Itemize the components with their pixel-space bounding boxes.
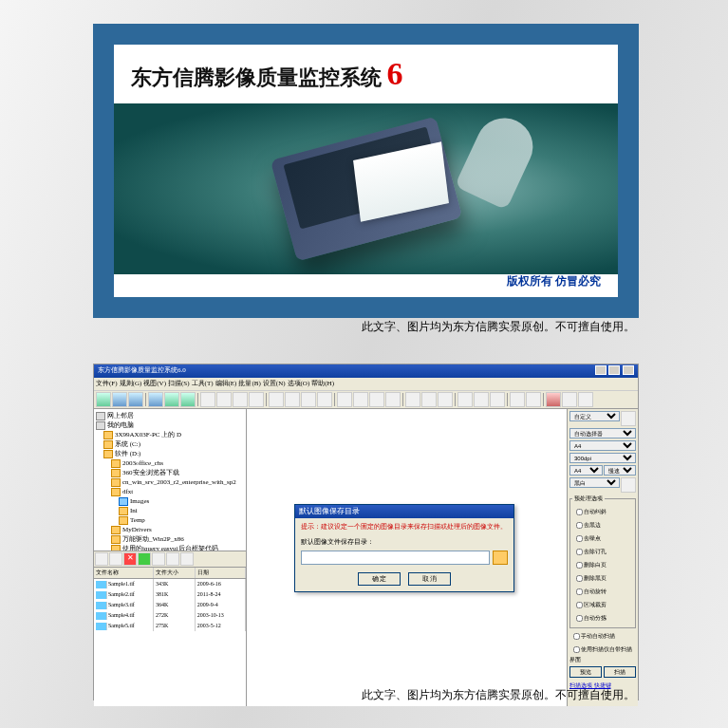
file-row[interactable]: Sample1.tif343K2009-6-16 xyxy=(94,579,246,589)
ft-copy-icon[interactable] xyxy=(152,552,165,566)
tool-view2-icon[interactable] xyxy=(216,392,232,407)
ft-delete-icon[interactable]: ✕ xyxy=(123,552,137,566)
tree-node[interactable]: dfxt xyxy=(96,487,244,496)
menu-item[interactable]: 帮助(H) xyxy=(311,380,334,387)
tree-node[interactable]: Images xyxy=(96,496,244,506)
tree-node[interactable]: Ini xyxy=(96,506,244,515)
menu-item[interactable]: 编辑(E) xyxy=(215,380,237,387)
tool-next-icon[interactable] xyxy=(369,392,384,407)
preview-button[interactable]: 预览 xyxy=(569,666,602,678)
tree-node[interactable]: 系统 (C:) xyxy=(96,439,244,449)
minimize-icon[interactable] xyxy=(595,365,607,375)
file-row[interactable]: Sample4.tif272K2003-10-13 xyxy=(94,610,246,621)
column-header[interactable]: 文件大小 xyxy=(154,568,196,578)
tool-rescan-icon[interactable] xyxy=(164,392,179,407)
tool-view1-icon[interactable] xyxy=(200,392,215,407)
menu-item[interactable]: 视图(V) xyxy=(143,380,166,387)
tree-node[interactable]: MyDrivers xyxy=(96,525,244,534)
tool-view3-icon[interactable] xyxy=(233,392,248,407)
tool-crop-icon[interactable] xyxy=(510,392,525,407)
tree-node[interactable]: 网上邻居 xyxy=(96,411,244,420)
preprocess-check[interactable]: 自动旋转 xyxy=(572,586,633,598)
preprocess-check[interactable]: 删除黑页 xyxy=(572,572,633,585)
maximize-icon[interactable] xyxy=(608,365,620,375)
tree-node[interactable]: cn_win_srv_2003_r2_enterprise_with_sp2 xyxy=(96,477,244,487)
tool-grid-icon[interactable] xyxy=(457,392,473,407)
color-select[interactable]: 黑白 xyxy=(569,477,620,488)
tool-save-icon[interactable] xyxy=(128,392,143,407)
dialog-title[interactable]: 默认图像保存目录 xyxy=(295,505,513,518)
tool-actual-icon[interactable] xyxy=(317,392,332,407)
folder-tree[interactable]: 网上邻居我的电脑3X99AX03F-PC 上的 D系统 (C:)软件 (D:)2… xyxy=(94,409,246,551)
color-opt-icon[interactable] xyxy=(621,477,636,493)
tool-last-icon[interactable] xyxy=(385,392,401,407)
source-select[interactable]: 自动选择器 xyxy=(569,428,636,439)
file-row[interactable]: Sample2.tif381K2011-8-24 xyxy=(94,589,246,600)
speed-select[interactable]: 慢速 xyxy=(604,465,637,476)
tree-node[interactable]: 万能驱动_Win2P_x86 xyxy=(96,534,244,544)
preprocess-check[interactable]: 区域裁剪 xyxy=(572,599,633,611)
tool-rotate-r-icon[interactable] xyxy=(421,392,437,407)
tool-scan-icon[interactable] xyxy=(148,392,163,407)
file-row[interactable]: Sample5.tif275K2003-5-12 xyxy=(94,621,246,631)
tree-node[interactable]: 360安全浏览器下载 xyxy=(96,468,244,477)
ok-button[interactable]: 确 定 xyxy=(358,572,401,586)
tool-props-icon[interactable] xyxy=(562,392,577,407)
scan-button[interactable]: 扫描 xyxy=(604,666,636,678)
dpi-select[interactable]: 300dpi xyxy=(569,453,636,463)
ft-refresh-icon[interactable] xyxy=(109,552,122,566)
tool-fit-icon[interactable] xyxy=(301,392,316,407)
preprocess-check[interactable]: 去黑边 xyxy=(572,519,633,532)
menu-item[interactable]: 设置(N) xyxy=(263,380,286,387)
preprocess-check[interactable]: 删除白页 xyxy=(572,559,633,571)
preprocess-check[interactable]: 自动分拣 xyxy=(572,612,633,625)
tool-view4-icon[interactable] xyxy=(249,392,264,407)
close-icon[interactable] xyxy=(623,365,634,375)
save-dir-input[interactable] xyxy=(301,551,490,565)
ft-select-icon[interactable] xyxy=(138,552,151,566)
file-list[interactable]: 文件名称文件大小日期 Sample1.tif343K2009-6-16Sampl… xyxy=(94,568,246,706)
preprocess-check[interactable]: 自动纠斜 xyxy=(572,506,633,518)
tool-export-icon[interactable] xyxy=(578,392,593,407)
tree-node[interactable]: 使用的jquery easyui后台框架代码 xyxy=(96,544,244,551)
scanner-opt-icon[interactable] xyxy=(621,411,636,426)
menu-item[interactable]: 选项(O) xyxy=(288,380,310,387)
manual-auto-check[interactable]: 手动自动扫描 xyxy=(569,630,636,643)
menu-item[interactable]: 规则(G) xyxy=(120,380,142,387)
size2-select[interactable]: A4 xyxy=(569,465,603,476)
tool-flip-icon[interactable] xyxy=(438,392,453,407)
ft-up-icon[interactable] xyxy=(166,552,179,566)
tool-batch-icon[interactable] xyxy=(180,392,196,407)
tool-new-icon[interactable] xyxy=(96,392,111,407)
tool-first-icon[interactable] xyxy=(337,392,352,407)
tree-node[interactable]: 我的电脑 xyxy=(96,420,244,430)
menu-item[interactable]: 扫描(S) xyxy=(168,380,190,387)
column-header[interactable]: 文件名称 xyxy=(94,568,154,578)
ft-view-icon[interactable] xyxy=(95,552,108,566)
tree-node[interactable]: Temp xyxy=(96,515,244,525)
preprocess-check[interactable]: 去除订孔 xyxy=(572,546,633,558)
tool-delete-icon[interactable] xyxy=(546,392,561,407)
tool-zoom-out-icon[interactable] xyxy=(285,392,300,407)
tool-select-icon[interactable] xyxy=(526,392,541,407)
tree-node[interactable]: 3X99AX03F-PC 上的 D xyxy=(96,430,244,439)
tool-rotate-l-icon[interactable] xyxy=(405,392,420,407)
paper-select[interactable]: A4 xyxy=(569,440,636,451)
menu-item[interactable]: 文件(F) xyxy=(96,380,118,387)
browse-button-icon[interactable] xyxy=(493,551,508,565)
tool-line-icon[interactable] xyxy=(490,392,505,407)
tool-zoom-in-icon[interactable] xyxy=(269,392,284,407)
preprocess-check[interactable]: 去噪点 xyxy=(572,532,633,545)
tool-prev-icon[interactable] xyxy=(353,392,368,407)
menu-item[interactable]: 工具(T) xyxy=(192,380,214,387)
file-row[interactable]: Sample3.tif364K2009-9-4 xyxy=(94,600,246,610)
scanner-select[interactable]: 自定义 xyxy=(569,411,620,421)
tree-node[interactable]: 2003office_chs xyxy=(96,458,244,468)
menu-item[interactable]: 批量(B) xyxy=(238,380,260,387)
tool-crosshair-icon[interactable] xyxy=(474,392,489,407)
ft-down-icon[interactable] xyxy=(180,552,194,566)
native-ui-check[interactable]: 使用扫描仪自带扫描界面 xyxy=(569,644,636,664)
tree-node[interactable]: 软件 (D:) xyxy=(96,449,244,458)
cancel-button[interactable]: 取 消 xyxy=(408,572,451,586)
column-header[interactable]: 日期 xyxy=(196,568,246,578)
